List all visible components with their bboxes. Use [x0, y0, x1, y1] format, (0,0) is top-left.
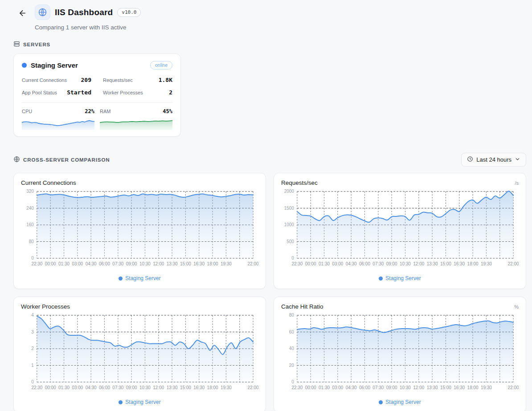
svg-text:19:30: 19:30: [221, 385, 232, 390]
svg-text:16:30: 16:30: [193, 261, 205, 266]
stat-value: 1.8K: [159, 77, 172, 83]
globe-icon: [13, 156, 20, 163]
chart-legend-item[interactable]: Staging Server: [21, 273, 258, 283]
svg-text:18:00: 18:00: [467, 385, 479, 390]
stat-value: Started: [67, 89, 91, 96]
server-card: Staging Server online Current Connection…: [13, 53, 181, 137]
chart-legend-item[interactable]: Staging Server: [281, 396, 519, 407]
chart-card-worker-processes: Worker Processes 4321022:3000:0001:3003:…: [13, 297, 266, 411]
svg-text:18:00: 18:00: [207, 385, 218, 390]
servers-section-label: SERVERS: [13, 41, 526, 48]
svg-text:22:00: 22:00: [248, 385, 258, 390]
svg-text:13:30: 13:30: [427, 261, 438, 266]
svg-text:01:30: 01:30: [58, 385, 70, 390]
svg-text:00:00: 00:00: [305, 261, 316, 266]
ram-gauge: RAM 45%: [100, 108, 172, 130]
stat-label: App Pool Status: [22, 90, 57, 95]
svg-text:22:30: 22:30: [31, 385, 42, 390]
svg-text:0: 0: [31, 379, 34, 384]
svg-text:07:30: 07:30: [372, 261, 384, 266]
header: IIS Dashboard v10.0 Comparing 1 server w…: [13, 4, 526, 31]
svg-text:09:00: 09:00: [126, 261, 137, 266]
svg-text:22:30: 22:30: [291, 385, 303, 390]
stat-worker-processes: Worker Processes 2: [103, 89, 172, 96]
svg-text:13:30: 13:30: [427, 385, 438, 390]
chart-unit: /s: [515, 180, 519, 186]
legend-label: Staging Server: [385, 399, 421, 405]
legend-dot: [119, 277, 123, 281]
chart-title: Cache Hit Ratio: [281, 303, 323, 310]
legend-label: Staging Server: [125, 399, 160, 405]
back-button[interactable]: [16, 8, 29, 20]
time-range-label: Last 24 hours: [476, 156, 512, 163]
svg-text:10:30: 10:30: [139, 385, 151, 390]
svg-text:0: 0: [291, 379, 294, 384]
svg-text:19:30: 19:30: [481, 261, 492, 266]
svg-text:01:30: 01:30: [319, 385, 330, 390]
svg-text:04:30: 04:30: [86, 261, 97, 266]
time-range-dropdown[interactable]: Last 24 hours: [461, 153, 526, 167]
legend-label: Staging Server: [385, 275, 421, 281]
chart-card-cache-hit-ratio: Cache Hit Ratio % 80604020022:3000:0001:…: [274, 297, 526, 411]
svg-text:07:30: 07:30: [112, 385, 123, 390]
svg-text:03:00: 03:00: [72, 385, 83, 390]
chart-legend-item[interactable]: Staging Server: [281, 273, 519, 283]
stat-label: Requests/sec: [103, 77, 133, 83]
svg-text:4: 4: [31, 313, 34, 317]
svg-text:12:00: 12:00: [413, 261, 424, 266]
svg-text:15:00: 15:00: [440, 261, 451, 266]
svg-text:10:30: 10:30: [139, 261, 151, 266]
server-stats: Current Connections 209 Requests/sec 1.8…: [22, 77, 172, 96]
svg-text:80: 80: [29, 239, 34, 244]
server-name: Staging Server: [31, 61, 78, 69]
svg-text:04:30: 04:30: [346, 261, 357, 266]
svg-text:06:00: 06:00: [359, 385, 370, 390]
stat-label: Worker Processes: [103, 90, 143, 95]
svg-text:00:00: 00:00: [305, 385, 316, 390]
svg-text:16:30: 16:30: [193, 385, 205, 390]
chart-legend-item[interactable]: Staging Server: [21, 396, 258, 407]
chart-title: Worker Processes: [21, 303, 70, 310]
svg-text:03:00: 03:00: [332, 261, 343, 266]
chart-unit: %: [514, 304, 519, 309]
svg-text:1500: 1500: [284, 206, 295, 211]
ram-sparkline: [100, 117, 172, 130]
svg-text:160: 160: [26, 222, 34, 227]
legend-dot: [119, 400, 123, 404]
svg-text:09:00: 09:00: [126, 385, 137, 390]
chevron-down-icon: [515, 156, 520, 163]
gauge-value: 22%: [85, 108, 94, 114]
svg-text:01:30: 01:30: [319, 261, 330, 266]
chart-canvas: 80604020022:3000:0001:3003:0004:3006:000…: [281, 312, 519, 396]
chart-title: Current Connections: [21, 179, 76, 186]
page: IIS Dashboard v10.0 Comparing 1 server w…: [0, 0, 532, 411]
clock-icon: [467, 156, 473, 163]
svg-text:01:30: 01:30: [58, 261, 70, 266]
svg-text:15:00: 15:00: [180, 385, 191, 390]
svg-text:09:00: 09:00: [386, 385, 397, 390]
cpu-gauge: CPU 22%: [22, 108, 94, 130]
svg-text:40: 40: [289, 346, 295, 351]
svg-text:16:30: 16:30: [454, 261, 465, 266]
svg-text:320: 320: [26, 189, 34, 194]
svg-text:1000: 1000: [284, 222, 295, 227]
legend-dot: [379, 400, 383, 404]
stat-current-connections: Current Connections 209: [22, 77, 91, 83]
svg-text:80: 80: [289, 313, 295, 317]
chart-canvas: 4321022:3000:0001:3003:0004:3006:0007:30…: [21, 312, 258, 396]
chart-card-requests-sec: Requests/sec /s 200015001000500022:3000:…: [274, 173, 526, 289]
svg-text:06:00: 06:00: [359, 261, 370, 266]
stat-value: 2: [169, 89, 172, 96]
svg-text:22:00: 22:00: [508, 261, 519, 266]
stat-label: Current Connections: [22, 77, 67, 83]
svg-text:13:30: 13:30: [167, 385, 178, 390]
svg-text:04:30: 04:30: [86, 385, 97, 390]
stat-app-pool-status: App Pool Status Started: [22, 89, 91, 96]
gauge-label: RAM: [100, 109, 110, 114]
page-title: IIS Dashboard: [55, 8, 113, 17]
chart-title: Requests/sec: [281, 179, 318, 186]
svg-text:10:30: 10:30: [400, 261, 411, 266]
svg-text:10:30: 10:30: [400, 385, 411, 390]
svg-text:15:00: 15:00: [440, 385, 451, 390]
svg-text:09:00: 09:00: [386, 261, 397, 266]
